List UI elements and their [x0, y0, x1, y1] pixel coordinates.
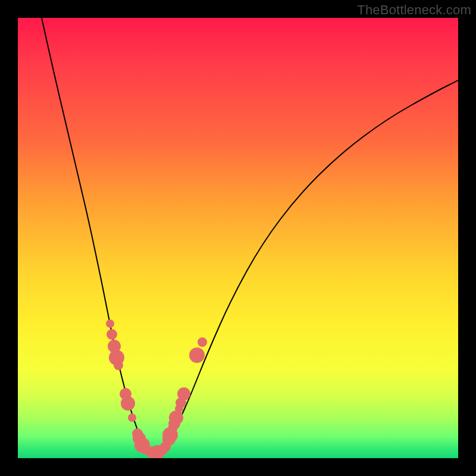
data-dot	[121, 396, 135, 411]
right-curve	[164, 80, 458, 452]
plot-area	[18, 18, 458, 458]
data-dot	[107, 329, 117, 340]
data-dots	[106, 320, 207, 458]
data-dot	[128, 414, 136, 422]
data-dot	[114, 361, 123, 370]
chart-svg	[18, 18, 458, 458]
chart-frame: TheBottleneck.com	[0, 0, 476, 476]
data-dot	[106, 320, 114, 328]
left-curve	[42, 18, 149, 452]
data-dot	[189, 347, 205, 363]
data-dot	[198, 337, 207, 347]
data-dot	[169, 411, 183, 425]
data-dot	[177, 387, 190, 400]
watermark-text: TheBottleneck.com	[357, 2, 471, 18]
